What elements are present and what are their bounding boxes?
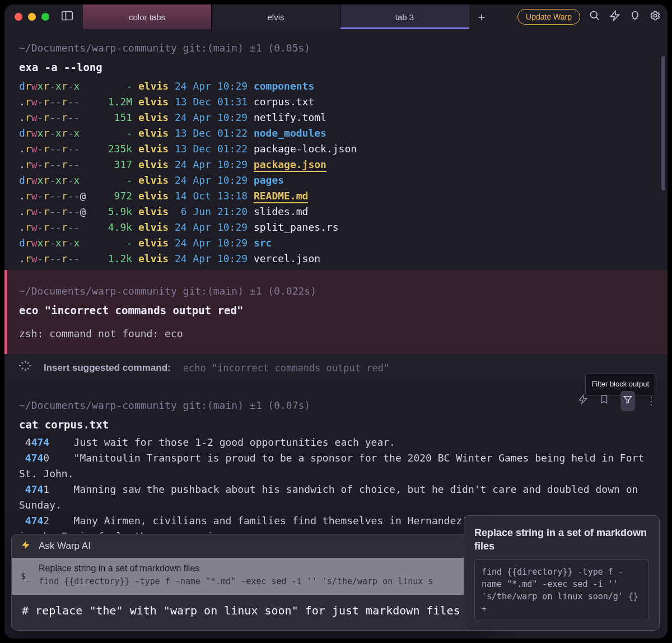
suggested-command: echo "incorrect commands output red": [183, 360, 389, 376]
error-stripe: [4, 270, 7, 354]
command-line: exa -a --long: [19, 59, 653, 75]
more-icon[interactable]: ⋮: [646, 393, 657, 409]
suggestion-label: Insert suggested command:: [44, 360, 171, 376]
bolt-icon: [21, 540, 31, 552]
ls-row: drwxr-xr-x - elvis 13 Dec 01:22 node_mod…: [19, 125, 653, 141]
new-tab-button[interactable]: +: [469, 4, 494, 29]
palette-item-command: find {{directory}} -type f -name "*.md" …: [39, 574, 433, 589]
detail-code: find {{directory}} -type f -name "*.md" …: [474, 560, 649, 621]
ls-row: .rw-r--r-- 151 elvis 24 Apr 10:29 netlif…: [19, 110, 653, 125]
svg-marker-4: [611, 11, 619, 21]
svg-point-2: [591, 12, 598, 18]
ls-row: drwxr-xr-x - elvis 24 Apr 10:29 src: [19, 235, 653, 251]
bolt-icon[interactable]: [578, 393, 588, 409]
app-window: color tabs elvis tab 3 + Update Warp ~/D…: [4, 4, 668, 639]
ask-ai-label: Ask Warp AI: [39, 541, 91, 552]
suggestion-bar[interactable]: Insert suggested command: echo "incorrec…: [4, 353, 668, 383]
ls-row: .rw-r--r--@ 972 elvis 14 Oct 13:18 READM…: [19, 188, 653, 204]
prompt-icon: $_: [21, 569, 31, 584]
tab-label: tab 3: [395, 12, 414, 22]
ls-row: drwxr-xr-x - elvis 24 Apr 10:29 componen…: [19, 78, 653, 94]
detail-title: Replace string in a set of markdown file…: [474, 526, 649, 553]
block-toolbar: ⋮: [578, 391, 657, 411]
palette-ai-row[interactable]: Ask Warp AI: [12, 534, 489, 558]
svg-point-5: [654, 15, 657, 17]
ls-row: .rw-r--r--@ 5.9k elvis 6 Jun 21:20 slide…: [19, 204, 653, 220]
tab-label: color tabs: [129, 12, 165, 22]
search-icon[interactable]: [589, 10, 600, 24]
palette-input-text: # replace "the" with "warp on linux soon…: [22, 604, 460, 617]
command-line: cat corpus.txt: [19, 417, 653, 432]
fullscreen-window-button[interactable]: [41, 13, 49, 21]
ls-row: .rw-r--r-- 1.2M elvis 13 Dec 01:31 corpu…: [19, 94, 653, 110]
prompt: ~/Documents/warp-community git:(main) ±1…: [19, 398, 653, 413]
palette-item-title: Replace string in a set of markdown file…: [39, 563, 433, 574]
tab-1[interactable]: elvis: [212, 4, 340, 29]
corpus-line: 4740 "Manitoulin Transport is proud to b…: [19, 450, 653, 482]
ls-row: .rw-r--r-- 317 elvis 24 Apr 10:29 packag…: [19, 157, 653, 173]
command-palette: Ask Warp AI $_ Replace string in a set o…: [11, 534, 489, 631]
titlebar: color tabs elvis tab 3 + Update Warp: [4, 4, 668, 29]
terminal-body: ~/Documents/warp-community git:(main) ±1…: [4, 29, 668, 639]
ls-row: .rw-r--r-- 1.2k elvis 24 Apr 10:29 verce…: [19, 251, 653, 267]
panel-toggle-icon[interactable]: [62, 10, 73, 24]
tab-label: elvis: [267, 12, 284, 22]
close-window-button[interactable]: [15, 13, 22, 21]
corpus-line: 4741 Manning saw the pushback about his …: [19, 482, 653, 513]
svg-marker-7: [22, 541, 30, 549]
sparkle-icon: [19, 360, 31, 376]
command-block-error: ~/Documents/warp-community git:(main) ±1…: [4, 270, 668, 354]
prompt: ~/Documents/warp-community git:(main) ±1…: [19, 40, 653, 56]
tabbar: color tabs elvis tab 3 +: [83, 4, 517, 29]
tab-0[interactable]: color tabs: [83, 4, 212, 29]
bookmark-icon[interactable]: [599, 393, 609, 409]
palette-input[interactable]: # replace "the" with "warp on linux soon…: [12, 595, 489, 627]
command-line: eco "incorrect commands output red": [19, 302, 653, 318]
command-block-exa: ~/Documents/warp-community git:(main) ±1…: [4, 29, 668, 270]
ls-row: .rw-r--r-- 4.9k elvis 24 Apr 10:29 split…: [19, 220, 653, 235]
error-output: zsh: command not found: eco: [19, 326, 653, 342]
palette-item-selected[interactable]: $_ Replace string in a set of markdown f…: [12, 558, 489, 595]
ls-row: .rw-r--r-- 235k elvis 13 Dec 01:22 packa…: [19, 141, 653, 157]
update-warp-button[interactable]: Update Warp: [517, 9, 580, 25]
ls-row: drwxr-xr-x - elvis 24 Apr 10:29 pages: [19, 173, 653, 188]
bolt-icon[interactable]: [609, 10, 620, 24]
titlebar-actions: Update Warp: [517, 9, 661, 25]
svg-marker-6: [579, 395, 587, 404]
bulb-icon[interactable]: [629, 10, 641, 24]
filter-button[interactable]: [620, 391, 635, 411]
workflow-detail-card: Replace string in a set of markdown file…: [464, 515, 660, 631]
svg-line-3: [596, 17, 599, 20]
window-controls: [15, 13, 49, 21]
gear-icon[interactable]: [650, 10, 661, 24]
ls-output: drwxr-xr-x - elvis 24 Apr 10:29 componen…: [19, 78, 653, 267]
svg-rect-0: [62, 12, 72, 20]
tab-2[interactable]: tab 3: [340, 4, 469, 29]
prompt: ~/Documents/warp-community git:(main) ±1…: [19, 283, 653, 299]
corpus-line: 4474 Just wait for those 1-2 good opport…: [19, 435, 653, 450]
minimize-window-button[interactable]: [28, 13, 36, 21]
